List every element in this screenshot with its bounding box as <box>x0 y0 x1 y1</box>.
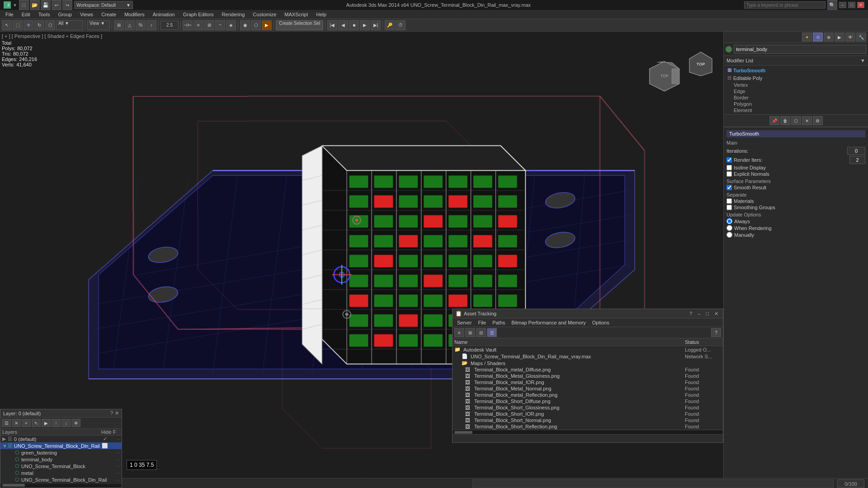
at-row-img1[interactable]: 🖼 Terminal_Block_metal_Diffuse.png Found <box>453 366 723 373</box>
when-rendering-radio[interactable] <box>726 225 732 231</box>
menu-rendering[interactable]: Rendering <box>218 11 249 18</box>
modifier-border[interactable]: Border <box>725 94 867 101</box>
at-row-img2[interactable]: 🖼 Terminal_Block_Metal_Glossiness.png Fo… <box>453 373 723 379</box>
mirror-btn[interactable]: ⊣⊢ <box>183 20 193 30</box>
menu-customize[interactable]: Customize <box>249 11 280 18</box>
at-row-maps[interactable]: 📂 Maps / Shaders <box>453 360 723 366</box>
at-row-img5[interactable]: 🖼 Terminal_Block_metal_Reflection.png Fo… <box>453 392 723 398</box>
snap-toggle[interactable]: ⊞ <box>114 20 124 30</box>
isoline-checkbox[interactable] <box>726 165 732 170</box>
layers-move-down-btn[interactable]: ↓ <box>61 419 71 427</box>
smoothing-groups-row[interactable]: Smoothing Groups <box>726 204 865 211</box>
at-row-img6[interactable]: 🖼 Terminal_Block_Short_Diffuse.png Found <box>453 398 723 404</box>
explicit-normals-row[interactable]: Explicit Normals <box>726 171 865 177</box>
at-row-img3[interactable]: 🖼 Terminal_Block_metal_IOR.png Found <box>453 379 723 385</box>
always-radio[interactable] <box>726 218 732 224</box>
at-toggle4-btn[interactable]: ☰ <box>487 328 497 337</box>
curve-editor-btn[interactable]: ~ <box>215 20 225 30</box>
at-row-maxfile[interactable]: 📄 UNO_Screw_Terminal_Block_Din_Rail_max_… <box>453 353 723 360</box>
window-minimize-btn[interactable]: – <box>839 2 846 8</box>
viewport-gizmo[interactable]: TOP <box>687 50 714 77</box>
workspace-dropdown[interactable]: Workspace: Default▼ <box>74 1 133 9</box>
at-row-img4[interactable]: 🖼 Terminal_Block_Metal_Normal.png Found <box>453 385 723 392</box>
align-btn[interactable]: ≡ <box>193 20 203 30</box>
at-menu-server[interactable]: Server <box>454 319 474 326</box>
undo-btn[interactable]: ↩ <box>52 0 61 10</box>
save-btn[interactable]: 💾 <box>41 0 51 10</box>
key-mode-btn[interactable]: 🔑 <box>385 20 395 30</box>
materials-row[interactable]: Materials <box>726 198 865 204</box>
window-close-btn[interactable]: ✕ <box>857 2 864 8</box>
move-btn[interactable]: ✛ <box>24 20 33 30</box>
time-config-btn[interactable]: ⏱ <box>396 20 406 30</box>
at-row-img7[interactable]: 🖼 Terminal_Block_Short_Glossiness.png Fo… <box>453 404 723 411</box>
percent-snap[interactable]: % <box>136 20 146 30</box>
menu-edit[interactable]: Edit <box>18 11 34 18</box>
motion-tab[interactable]: ▶ <box>835 33 844 42</box>
frame-counter[interactable]: 0/100 <box>837 479 864 488</box>
remove-modifier-btn[interactable]: ✕ <box>802 116 812 125</box>
layer-uno-din-rail[interactable]: ⬡ UNO_Screw_Terminal_Block_Din_Rail ··· <box>0 476 122 483</box>
at-row-img9[interactable]: 🖼 Terminal_Block_Short_Normal.png Found <box>453 417 723 423</box>
modifier-polygon[interactable]: Polygon <box>725 101 867 107</box>
scale-btn[interactable]: ⬡ <box>45 20 55 30</box>
at-row-img10[interactable]: 🖼 Terminal_Block_Short_Reflection.png Fo… <box>453 423 723 430</box>
layer-uno-screw-block[interactable]: ⬡ UNO_Screw_Terminal_Block ··· <box>0 463 122 469</box>
modifier-turbosmooth[interactable]: ⊞ TurboSmooth <box>725 66 867 74</box>
at-row-vault[interactable]: 📁 Autodesk Vault Logged O... <box>453 346 723 353</box>
search-icon[interactable]: 🔍 <box>827 0 837 10</box>
menu-animation[interactable]: Animation <box>149 11 179 18</box>
menu-graph-editors[interactable]: Graph Editors <box>179 11 217 18</box>
layers-scrollbar[interactable] <box>0 484 122 488</box>
open-btn[interactable]: 📂 <box>30 0 40 10</box>
layers-add-layer-btn[interactable]: ☰ <box>2 419 11 427</box>
render-iters-checkbox[interactable] <box>726 157 732 163</box>
smooth-result-checkbox[interactable] <box>726 185 732 190</box>
spinner-snap[interactable]: ↕ <box>146 20 156 30</box>
object-color-swatch[interactable] <box>726 46 732 52</box>
layers-highlight-btn[interactable]: ▶ <box>42 419 51 427</box>
create-tab[interactable]: ✦ <box>802 33 812 42</box>
at-help-btn[interactable]: ? <box>689 311 692 317</box>
pin-stack-btn[interactable]: 📌 <box>769 116 779 125</box>
quick-render-btn[interactable]: ▶ <box>262 20 272 30</box>
at-minimize-btn[interactable]: – <box>698 311 700 317</box>
menu-group[interactable]: Group <box>54 11 75 18</box>
percent-input[interactable] <box>160 21 179 30</box>
layers-move-up-btn[interactable]: ↑ <box>52 419 61 427</box>
render-setup-btn[interactable]: ⬡ <box>251 20 261 30</box>
explicit-normals-checkbox[interactable] <box>726 171 732 177</box>
prev-frame-btn[interactable]: ◀ <box>338 20 348 30</box>
hierarchy-tab[interactable]: ⊕ <box>824 33 834 42</box>
material-editor-btn[interactable]: ◉ <box>240 20 250 30</box>
iterations-input[interactable] <box>847 147 865 155</box>
render-iters-input[interactable] <box>849 156 865 164</box>
manually-row[interactable]: Manually <box>726 231 865 238</box>
schematic-btn[interactable]: ◈ <box>226 20 236 30</box>
menu-create[interactable]: Create <box>98 11 120 18</box>
display-tab[interactable]: 👁 <box>845 33 855 42</box>
smoothing-groups-checkbox[interactable] <box>726 205 732 210</box>
isoline-row[interactable]: Isoline Display <box>726 164 865 171</box>
layer-btn[interactable]: ⊞ <box>204 20 214 30</box>
search-input[interactable] <box>744 1 826 9</box>
menu-maxscript[interactable]: MAXScript <box>281 11 311 18</box>
materials-checkbox[interactable] <box>726 198 732 204</box>
layer-terminal-body[interactable]: ⬡ terminal_body ··· <box>0 456 122 463</box>
at-maximize-btn[interactable]: □ <box>706 311 709 317</box>
menu-help[interactable]: Help <box>312 11 330 18</box>
snap-percent[interactable] <box>160 21 179 30</box>
at-toggle2-btn[interactable]: ⊞ <box>465 328 475 337</box>
stop-btn[interactable]: ■ <box>349 20 359 30</box>
at-help-icon[interactable]: ? <box>711 328 721 337</box>
modifier-vertex[interactable]: Vertex <box>725 82 867 88</box>
utilities-tab[interactable]: 🔧 <box>856 33 866 42</box>
layers-freeze-btn[interactable]: ❄ <box>71 419 80 427</box>
modify-tab[interactable]: ⚙ <box>813 33 823 42</box>
layer-metal[interactable]: ⬡ metal ··· <box>0 469 122 476</box>
at-menu-file[interactable]: File <box>475 319 489 326</box>
layer-uno-screw[interactable]: ▼ ☰ UNO_Screw_Terminal_Block_Din_Rail ⬜ … <box>0 442 122 449</box>
at-menu-paths[interactable]: Paths <box>490 319 508 326</box>
smooth-result-row[interactable]: Smooth Result <box>726 184 865 191</box>
manually-radio[interactable] <box>726 232 732 238</box>
